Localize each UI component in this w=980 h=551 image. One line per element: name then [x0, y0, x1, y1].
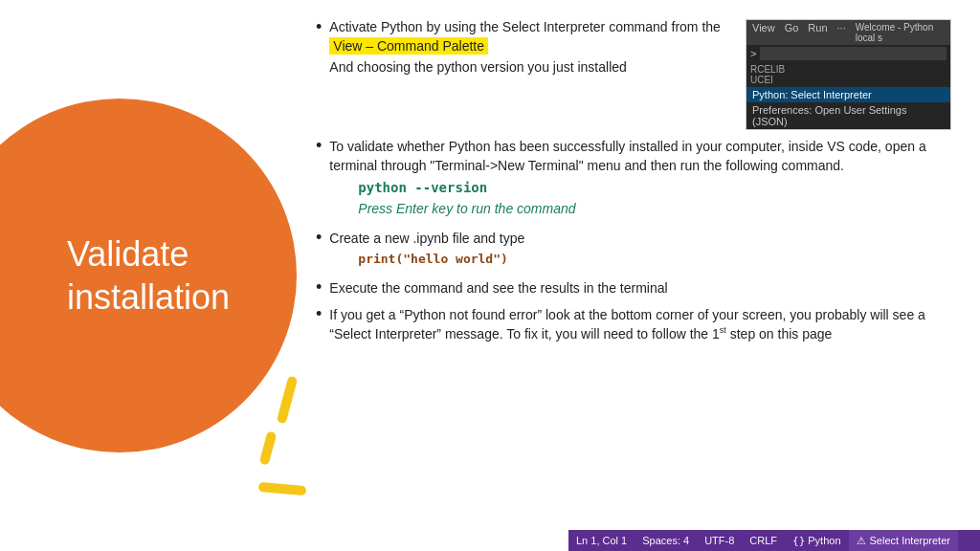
bullet-dot-1: • — [316, 17, 322, 37]
bullet5-text-after: step on this page — [726, 326, 833, 342]
bullet2-content: To validate whether Python has been succ… — [329, 138, 951, 222]
slide-title: Validate installation — [67, 232, 230, 319]
statusbar-spaces: Spaces: 4 — [635, 530, 697, 551]
menu-more: ··· — [837, 22, 846, 43]
menu-view: View — [752, 22, 775, 43]
vscode-statusbar: Ln 1, Col 1 Spaces: 4 UTF-8 CRLF {} Pyth… — [568, 530, 980, 551]
ln-col-text: Ln 1, Col 1 — [576, 535, 627, 546]
command-palette-input[interactable] — [760, 47, 947, 60]
statusbar-line-ending: CRLF — [742, 530, 785, 551]
bullet1-text: Activate Python by using the Select Inte… — [329, 19, 721, 34]
bullet3-content: Create a new .ipynb file and type print(… — [329, 230, 951, 272]
encoding-text: UTF-8 — [704, 535, 734, 546]
choose-python-text: And choosing the python version you just… — [329, 59, 740, 75]
select-interpreter-text: Select Interpreter — [870, 535, 950, 546]
menu-go: Go — [785, 22, 799, 43]
title-line1: Validate — [67, 234, 189, 274]
statusbar-select-interpreter[interactable]: ⚠ Select Interpreter — [849, 530, 958, 551]
bullet-dot-3: • — [316, 228, 322, 248]
list-item-1: • Activate Python by using the Select In… — [316, 19, 951, 130]
statusbar-ln-col: Ln 1, Col 1 — [568, 530, 635, 551]
vscode-menubar: View Go Run ··· Welcome - Python local s — [746, 20, 950, 45]
bullet3-text: Create a new .ipynb file and type — [329, 231, 524, 246]
right-panel: • Activate Python by using the Select In… — [297, 0, 980, 551]
list-item-3: • Create a new .ipynb file and type prin… — [316, 230, 951, 272]
search-caret-icon: > — [750, 48, 756, 59]
python-braces-icon: {} — [792, 535, 805, 547]
bullet-dot-5: • — [316, 304, 322, 324]
view-command-palette-highlight: View – Command Palette — [329, 37, 488, 55]
window-title: Welcome - Python local s — [856, 22, 945, 43]
list-item-2: • To validate whether Python has been su… — [316, 138, 951, 222]
bullet2-text: To validate whether Python has been succ… — [329, 139, 925, 173]
superscript: st — [720, 325, 726, 335]
list-item-5: • If you get a “Python not found error” … — [316, 306, 951, 344]
press-enter-hint: Press Enter key to run the command — [358, 200, 951, 219]
deco-bar1 — [277, 376, 299, 425]
python-version-command: python --version — [358, 179, 951, 198]
title-line2: installation — [67, 277, 230, 317]
warning-icon: ⚠ — [857, 535, 866, 547]
bullet4-text: Execute the command and see the results … — [329, 280, 667, 296]
bullet4-content: Execute the command and see the results … — [329, 279, 951, 298]
spaces-text: Spaces: 4 — [642, 535, 689, 546]
vscode-selected-result: Python: Select Interpreter — [746, 87, 950, 102]
bullet5-content: If you get a “Python not found error” lo… — [329, 306, 951, 344]
orange-circle: Validate installation — [0, 99, 297, 452]
deco-bar2 — [259, 430, 278, 465]
vscode-screenshot: View Go Run ··· Welcome - Python local s… — [746, 19, 951, 130]
left-panel: Validate installation — [0, 0, 297, 551]
vscode-search-row: > — [746, 45, 950, 62]
vscode-label: RCELIBUCEI — [746, 62, 950, 87]
menu-run: Run — [808, 22, 827, 43]
statusbar-encoding: UTF-8 — [697, 530, 742, 551]
print-hello-world-code: print("hello world") — [358, 251, 951, 268]
line-ending-text: CRLF — [749, 535, 777, 546]
python-label: Python — [808, 535, 840, 546]
vscode-other-result: Preferences: Open User Settings (JSON) — [746, 102, 950, 129]
bullet-dot-2: • — [316, 136, 322, 156]
bullet5-text-before: If you get a “Python not found error” lo… — [329, 307, 925, 342]
bullet1-content: Activate Python by using the Select Inte… — [329, 19, 951, 130]
list-item-4: • Execute the command and see the result… — [316, 279, 951, 298]
statusbar-python[interactable]: {} Python — [785, 530, 849, 551]
content-list: • Activate Python by using the Select In… — [316, 19, 951, 344]
bullet-dot-4: • — [316, 277, 322, 298]
